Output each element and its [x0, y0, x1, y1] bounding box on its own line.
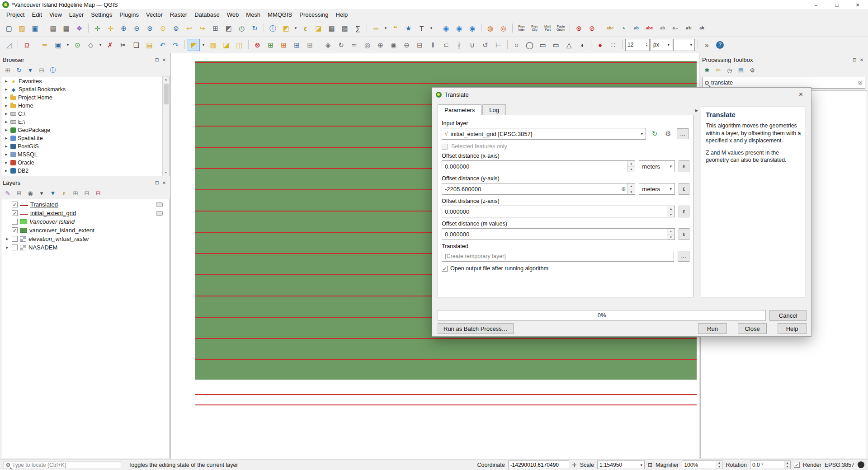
- filter-browser-icon[interactable]: ▼: [25, 66, 35, 75]
- menu-web[interactable]: Web: [223, 10, 243, 19]
- dialog-title-bar[interactable]: Translate ✕: [432, 88, 811, 101]
- messages-icon[interactable]: [858, 461, 864, 468]
- rotate-feature-icon[interactable]: ↻: [335, 39, 347, 51]
- mmqgis-prev-clip-icon[interactable]: Prev Clip: [528, 22, 541, 34]
- layer-visibility-checkbox[interactable]: ✓: [12, 210, 18, 216]
- scroll-down-icon[interactable]: ▼: [165, 169, 168, 176]
- help-button[interactable]: Help: [778, 323, 807, 334]
- toolbar-overflow-icon[interactable]: »: [701, 39, 713, 51]
- regular-polygon-icon[interactable]: △: [563, 39, 575, 51]
- float-panel-icon[interactable]: ⊡: [153, 180, 160, 185]
- open-attribute-table-icon[interactable]: ▦: [326, 22, 338, 34]
- expand-arrow-icon[interactable]: ▶: [4, 80, 9, 83]
- crs-button[interactable]: EPSG:3857: [825, 462, 854, 468]
- browser-item-spatialite[interactable]: ▶ SpatiaLite: [2, 134, 169, 142]
- deselect-all-icon[interactable]: ◪: [220, 39, 232, 51]
- offset-z-input[interactable]: 0.000000 ▴▾: [442, 206, 675, 217]
- circle-3points-icon[interactable]: ◯: [524, 39, 536, 51]
- layer-visibility-checkbox[interactable]: ✓: [12, 227, 18, 233]
- maximize-button[interactable]: □: [826, 0, 847, 10]
- cad-tools-icon[interactable]: ◿: [3, 39, 15, 51]
- rotate-label-icon[interactable]: a↻: [683, 22, 695, 34]
- browser-properties-icon[interactable]: ⓘ: [48, 66, 58, 75]
- temporal-controller-icon[interactable]: ◷: [236, 22, 248, 34]
- add-group-icon[interactable]: ⊞: [14, 188, 24, 197]
- spinner-buttons[interactable]: ▴▾: [667, 206, 675, 217]
- paste-features-icon[interactable]: ▤: [143, 39, 156, 51]
- coordinate-input[interactable]: [508, 461, 569, 469]
- scroll-up-icon[interactable]: ▲: [165, 76, 168, 83]
- zoom-full-extent-icon[interactable]: ⊛: [144, 22, 156, 34]
- annotation-dropdown-icon[interactable]: ▾: [429, 22, 434, 34]
- tab-parameters[interactable]: Parameters: [438, 104, 481, 115]
- output-browse-button[interactable]: …: [678, 251, 689, 262]
- tracing-icon[interactable]: ●: [594, 39, 606, 51]
- menu-layer[interactable]: Layer: [66, 10, 88, 19]
- new-print-layout-icon[interactable]: ▤: [47, 22, 59, 34]
- expand-arrow-icon[interactable]: ▶: [4, 96, 9, 99]
- new-3d-map-view-icon[interactable]: ◩: [222, 22, 235, 34]
- float-panel-icon[interactable]: ⊡: [851, 57, 858, 62]
- fill-ring-icon[interactable]: ◉: [387, 39, 400, 51]
- select-features-by-area-icon[interactable]: ◩: [188, 39, 200, 51]
- menu-project[interactable]: Project: [3, 10, 28, 19]
- results-viewer-icon[interactable]: ▤: [736, 66, 746, 75]
- offset-x-input[interactable]: 0.000000 ▴▾: [442, 160, 635, 172]
- expand-arrow-icon[interactable]: ▶: [4, 104, 9, 108]
- layer-item-translated[interactable]: ✓ Translated: [2, 200, 169, 209]
- expand-arrow-icon[interactable]: ▶: [4, 136, 9, 140]
- run-as-batch-button[interactable]: Run as Batch Process…: [438, 323, 514, 334]
- expand-arrow-icon[interactable]: ▶: [4, 169, 9, 173]
- collapse-all-icon[interactable]: ⊟: [37, 66, 47, 75]
- reshape-features-icon[interactable]: ⊂: [440, 39, 452, 51]
- search-input[interactable]: [711, 80, 856, 86]
- browser-item-oracle[interactable]: ▶ Oracle: [2, 159, 169, 167]
- expand-arrow-icon[interactable]: ▶: [5, 237, 9, 241]
- open-layer-styling-icon[interactable]: ✎: [3, 188, 13, 197]
- menu-processing[interactable]: Processing: [296, 10, 332, 19]
- browser-item-db2[interactable]: ▶ DB2: [2, 167, 169, 175]
- expand-arrow-icon[interactable]: ▶: [4, 128, 9, 132]
- redo-icon[interactable]: ↷: [170, 39, 182, 51]
- vertex-tool-icon[interactable]: ◇: [85, 39, 97, 51]
- layer-visibility-checkbox[interactable]: [12, 236, 18, 242]
- manage-map-themes-icon[interactable]: ◉: [25, 188, 35, 197]
- rectangle-extent-icon[interactable]: ▭: [537, 39, 549, 51]
- iterate-over-layer-button[interactable]: ↻: [650, 130, 660, 138]
- pan-map-icon[interactable]: ✛: [91, 22, 104, 34]
- web-services-icon[interactable]: ◉: [466, 22, 478, 34]
- deselect-features-icon[interactable]: ◪: [312, 22, 325, 34]
- layer-item-initial-extent-grid[interactable]: ✓ initial_extent_grid: [2, 209, 169, 217]
- layer-item-elevation-virtual-raster[interactable]: ▶ elevation_virtual_raster: [2, 235, 169, 243]
- run-button[interactable]: Run: [698, 323, 727, 334]
- rotation-spinner[interactable]: 0.0 ° ▴▾: [750, 461, 791, 469]
- snapping-options-icon[interactable]: ⊗: [573, 22, 585, 34]
- layer-item-vancouver-island-extent[interactable]: ✓ vancouver_island_extent: [2, 226, 169, 235]
- layer-labeling-icon[interactable]: abc: [604, 22, 616, 34]
- tracing-options-icon[interactable]: ⊘: [586, 22, 598, 34]
- magnifier-spinner[interactable]: 100% ▴▾: [682, 461, 722, 469]
- locate-bar[interactable]: [4, 461, 121, 469]
- render-checkbox[interactable]: ✓: [794, 462, 800, 468]
- browser-scrollbar[interactable]: ▲ ▼: [162, 76, 169, 176]
- delete-ring-icon[interactable]: ⊖: [401, 39, 413, 51]
- new-spatialite-layer-icon[interactable]: ⊞: [291, 39, 303, 51]
- float-panel-icon[interactable]: ⊡: [153, 57, 160, 62]
- close-panel-icon[interactable]: ✕: [160, 57, 168, 62]
- expand-arrow-icon[interactable]: ▶: [4, 120, 9, 124]
- menu-mmqgis[interactable]: MMQGIS: [264, 10, 296, 19]
- browser-item-favorites[interactable]: ▶ ★ Favorites: [2, 77, 169, 85]
- offset-y-input[interactable]: -2205.600000 ⊗ ▴▾: [442, 183, 635, 195]
- simplify-feature-icon[interactable]: ≃: [348, 39, 360, 51]
- browser-item-spatial-bookmarks[interactable]: ▶ ◆ Spatial Bookmarks: [2, 85, 169, 94]
- geocoding-icon[interactable]: ◉: [453, 22, 465, 34]
- new-geopackage-layer-icon[interactable]: ⊞: [264, 39, 277, 51]
- collapse-all-icon[interactable]: ⊟: [82, 188, 92, 197]
- toolbox-models-icon[interactable]: ✱: [702, 66, 712, 75]
- zoom-to-layer-icon[interactable]: ⊚: [170, 22, 182, 34]
- spinner-buttons[interactable]: ▴▾: [667, 229, 675, 240]
- browser-item-home[interactable]: ▶ Home: [2, 102, 169, 110]
- input-layer-browse-button[interactable]: …: [677, 128, 689, 139]
- scale-combo[interactable]: 1:154950 ▾: [597, 461, 645, 469]
- close-dialog-button[interactable]: Close: [738, 323, 767, 334]
